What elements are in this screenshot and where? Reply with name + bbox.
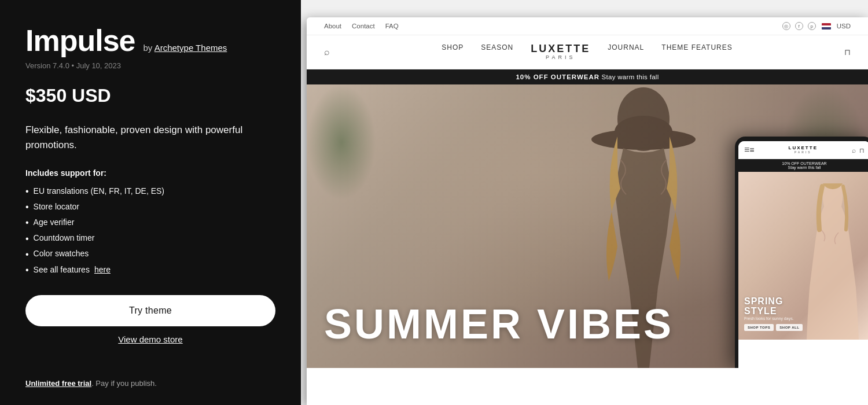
mobile-screen: ≡ LUXETTE PARIS 10% OFF OUTERWEAR (738, 141, 868, 368)
list-item: Age verifier (25, 215, 275, 230)
hero-area: SUMMER VIBES ≡ LUXETTE PARIS (307, 84, 868, 368)
mobile-menu-icon[interactable]: ≡ (744, 145, 755, 155)
nav-journal[interactable]: JOURNAL (608, 43, 644, 61)
author-link[interactable]: Archetype Themes (155, 43, 227, 53)
mobile-hero: SPRING STYLE Fresh looks for sunny days.… (738, 172, 868, 340)
theme-title-row: Impulse by Archetype Themes (25, 23, 275, 58)
see-all-features-link[interactable]: here (94, 263, 111, 277)
free-trial-suffix: . Pay if you publish. (91, 379, 157, 388)
main-nav-links: SHOP SEASON LUXETTE PARIS JOURNAL THEME … (442, 43, 733, 61)
mobile-hero-text: SPRING STYLE Fresh looks for sunny days.… (744, 296, 803, 331)
cart-icon[interactable] (844, 47, 851, 57)
mobile-search-icon[interactable] (852, 145, 856, 155)
mobile-cta-shop-all[interactable]: SHOP ALL (776, 324, 803, 331)
top-nav-links: About Contact FAQ (324, 23, 399, 30)
nav-season[interactable]: SEASON (481, 43, 513, 61)
facebook-icon[interactable]: f (795, 22, 803, 30)
store-top-nav: About Contact FAQ ◎ f p USD (307, 17, 868, 35)
mobile-announce-text: Stay warm this fall (788, 165, 821, 170)
search-icon[interactable] (324, 47, 330, 57)
instagram-icon[interactable]: ◎ (782, 22, 790, 30)
social-icons: ◎ f p (782, 22, 816, 30)
price: $350 USD (25, 85, 275, 106)
cart-icon-container (844, 47, 851, 57)
nav-faq[interactable]: FAQ (385, 23, 399, 30)
nav-shop[interactable]: SHOP (442, 43, 464, 61)
mobile-icons (852, 145, 865, 155)
list-item: EU translations (EN, FR, IT, DE, ES) (25, 183, 275, 199)
mobile-nav: ≡ LUXETTE PARIS (738, 141, 868, 159)
mobile-logo: LUXETTE PARIS (789, 145, 818, 154)
mobile-logo-name: LUXETTE (789, 145, 818, 150)
mobile-hero-headline: SPRING STYLE (744, 296, 803, 316)
plant-decoration-left (307, 84, 376, 200)
list-item: See all features here (25, 262, 275, 278)
currency-label[interactable]: USD (837, 23, 851, 30)
top-nav-right: ◎ f p USD (782, 22, 851, 30)
mobile-cart-icon[interactable] (859, 145, 865, 155)
free-trial-note: Unlimited free trial. Pay if you publish… (25, 373, 275, 388)
right-panel: About Contact FAQ ◎ f p USD SHOP SEA (301, 0, 868, 405)
mobile-hero-figure (795, 183, 868, 340)
mobile-cta-row: SHOP TOPS SHOP ALL (744, 324, 803, 331)
left-panel: Impulse by Archetype Themes Version 7.4.… (0, 0, 301, 405)
features-list: EU translations (EN, FR, IT, DE, ES) Sto… (25, 183, 275, 278)
try-theme-button[interactable]: Try theme (25, 295, 275, 326)
mobile-announcement-bar: 10% OFF OUTERWEAR Stay warm this fall (738, 159, 868, 172)
free-trial-label: Unlimited free trial (25, 379, 91, 388)
nav-theme-features[interactable]: THEME FEATURES (661, 43, 732, 61)
logo-name: LUXETTE (531, 43, 590, 55)
version-info: Version 7.4.0 • July 10, 2023 (25, 61, 275, 70)
svg-point-2 (615, 116, 672, 148)
pinterest-icon[interactable]: p (808, 22, 816, 30)
announcement-bar: 10% OFF OUTERWEAR Stay warm this fall (307, 69, 868, 84)
by-prefix: by (144, 43, 153, 53)
list-item: Countdown timer (25, 231, 275, 246)
description: Flexible, fashionable, proven design wit… (25, 123, 275, 152)
logo-subtitle: PARIS (531, 55, 590, 61)
list-item: Store locator (25, 199, 275, 215)
mobile-hero-sub: Fresh looks for sunny days. (744, 316, 803, 321)
mobile-mockup: ≡ LUXETTE PARIS 10% OFF OUTERWEAR (735, 137, 868, 368)
browser-desktop-mockup: About Contact FAQ ◎ f p USD SHOP SEA (307, 17, 868, 405)
list-item: Color swatches (25, 246, 275, 262)
store-logo: LUXETTE PARIS (531, 43, 590, 61)
store-main-nav: SHOP SEASON LUXETTE PARIS JOURNAL THEME … (307, 35, 868, 69)
mobile-announce-highlight: 10% OFF OUTERWEAR (782, 161, 826, 165)
nav-about[interactable]: About (324, 23, 341, 30)
announcement-text: Stay warm this fall (602, 73, 659, 80)
search-icon-container (324, 47, 330, 57)
nav-contact[interactable]: Contact (352, 23, 375, 30)
includes-label: Includes support for: (25, 168, 275, 178)
flag-icon (822, 23, 831, 30)
view-demo-link[interactable]: View demo store (25, 334, 275, 344)
mobile-logo-sub: PARIS (789, 150, 818, 154)
mobile-cta-shop-tops[interactable]: SHOP TOPS (744, 324, 774, 331)
author-attribution: by Archetype Themes (144, 43, 227, 53)
theme-name: Impulse (25, 23, 135, 58)
announcement-highlight: 10% OFF OUTERWEAR (516, 73, 599, 80)
